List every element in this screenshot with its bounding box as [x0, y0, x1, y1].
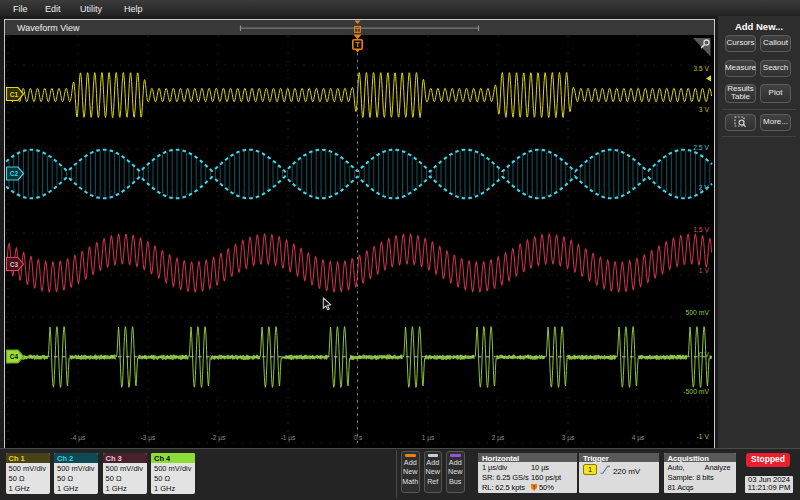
svg-text:2 µs: 2 µs [492, 434, 505, 442]
svg-text:0 s: 0 s [354, 434, 363, 441]
svg-text:-4 µs: -4 µs [71, 434, 86, 442]
svg-text:-2 µs: -2 µs [211, 434, 226, 442]
svg-text:-3 µs: -3 µs [141, 434, 156, 442]
svg-text:C4: C4 [10, 353, 19, 360]
svg-text:2.5 V: 2.5 V [693, 144, 709, 151]
svg-text:1 µs: 1 µs [422, 434, 435, 442]
svg-text:-1 µs: -1 µs [281, 434, 296, 442]
svg-text:1: 1 [588, 465, 592, 472]
svg-text:1.5 V: 1.5 V [693, 226, 709, 233]
svg-text:T: T [356, 27, 360, 33]
svg-text:3 µs: 3 µs [562, 434, 575, 442]
svg-text:4 µs: 4 µs [632, 434, 645, 442]
svg-text:-500 mV: -500 mV [683, 388, 709, 395]
svg-text:3.5 V: 3.5 V [693, 65, 709, 72]
svg-text:3 V: 3 V [699, 106, 710, 113]
svg-text:0 V: 0 V [699, 351, 710, 358]
svg-text:T: T [355, 40, 360, 49]
svg-text:C2: C2 [10, 170, 19, 177]
svg-text:C3: C3 [10, 261, 19, 268]
svg-text:2 V: 2 V [699, 184, 710, 191]
svg-text:-1 V: -1 V [697, 433, 710, 440]
svg-text:500 mV: 500 mV [686, 309, 710, 316]
svg-text:C1: C1 [10, 91, 19, 98]
svg-text:1 V: 1 V [699, 267, 710, 274]
